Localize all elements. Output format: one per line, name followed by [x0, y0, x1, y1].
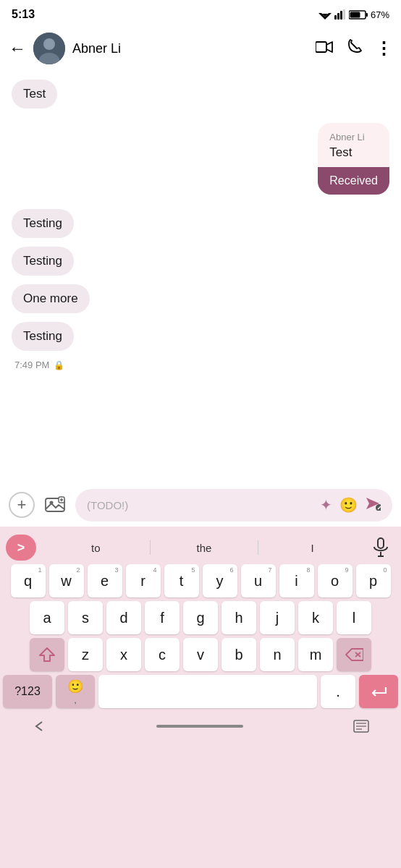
wifi-icon	[318, 9, 332, 20]
backspace-key[interactable]	[337, 638, 371, 671]
keyboard-row-4: ?123 🙂 , .	[3, 675, 398, 708]
key-h[interactable]: h	[221, 601, 256, 634]
keyboard-switch-icon[interactable]	[353, 720, 369, 733]
key-e[interactable]: 3e	[88, 564, 122, 597]
message-text: Test	[329, 145, 378, 160]
svg-rect-6	[343, 9, 345, 20]
key-u[interactable]: 7u	[241, 564, 276, 597]
key-l[interactable]: l	[337, 601, 371, 634]
input-placeholder: (TODO!)	[87, 499, 128, 511]
keyboard-row-2: a s d f g h j k l	[3, 601, 398, 634]
key-w[interactable]: 2w	[49, 564, 84, 597]
message-bubble-left: Testing	[12, 209, 74, 238]
send-button[interactable]	[365, 496, 381, 514]
suggestion-word-2[interactable]: the	[151, 542, 258, 554]
key-f[interactable]: f	[145, 601, 180, 634]
key-b[interactable]: b	[221, 638, 256, 671]
key-m[interactable]: m	[298, 638, 333, 671]
input-icons: ✦ 🙂	[320, 496, 381, 514]
backspace-icon	[345, 647, 363, 662]
svg-rect-4	[337, 13, 339, 20]
key-x[interactable]: x	[106, 638, 141, 671]
contact-name: Abner Li	[72, 41, 316, 56]
key-y[interactable]: 6y	[203, 564, 237, 597]
key-r[interactable]: 4r	[126, 564, 161, 597]
numbers-key[interactable]: ?123	[3, 675, 52, 708]
signal-icon	[334, 9, 346, 20]
avatar	[33, 33, 65, 64]
key-v[interactable]: v	[183, 638, 218, 671]
period-key[interactable]: .	[321, 675, 355, 708]
battery-text: 67%	[371, 9, 389, 20]
key-n[interactable]: n	[260, 638, 295, 671]
message-bubble-left: Test	[12, 80, 57, 109]
status-time: 5:13	[12, 8, 35, 21]
sparkle-icon[interactable]: ✦	[320, 496, 332, 514]
key-i[interactable]: 8i	[279, 564, 314, 597]
header-actions: ⋮	[316, 38, 392, 59]
microphone-icon[interactable]	[366, 533, 395, 562]
key-s[interactable]: s	[68, 601, 103, 634]
message-row: Testing	[12, 209, 389, 242]
message-input[interactable]: (TODO!) ✦ 🙂	[75, 489, 392, 522]
chat-area: Test Abner Li Test Received Testing Test…	[0, 71, 401, 483]
video-call-icon[interactable]	[316, 41, 333, 57]
shift-key[interactable]	[30, 638, 64, 671]
svg-rect-5	[340, 11, 342, 20]
message-row: Test	[12, 80, 389, 113]
enter-key[interactable]	[359, 675, 398, 708]
message-row: Testing	[12, 247, 389, 280]
message-timestamp: 7:49 PM	[14, 359, 49, 370]
svg-rect-8	[366, 13, 368, 17]
shift-icon	[39, 647, 55, 663]
svg-point-11	[43, 38, 55, 50]
add-attachment-button[interactable]: +	[9, 492, 35, 518]
emoji-icon[interactable]: 🙂	[339, 496, 358, 514]
message-bubble-left: Testing	[12, 322, 74, 351]
svg-rect-9	[350, 12, 360, 17]
status-bar: 5:13 67%	[0, 0, 401, 26]
key-o[interactable]: 9o	[318, 564, 353, 597]
suggestion-word-1[interactable]: to	[42, 542, 150, 554]
key-p[interactable]: 0p	[356, 564, 391, 597]
suggestion-word-3[interactable]: I	[258, 542, 366, 554]
svg-marker-26	[40, 648, 54, 661]
key-t[interactable]: 5t	[164, 564, 199, 597]
enter-icon	[370, 684, 387, 699]
phone-call-icon[interactable]	[346, 39, 362, 59]
back-button[interactable]: ←	[9, 38, 26, 59]
suggestion-expand-button[interactable]: >	[6, 535, 36, 561]
period-label: .	[336, 684, 340, 700]
key-q[interactable]: 1q	[11, 564, 46, 597]
key-k[interactable]: k	[298, 601, 333, 634]
message-row: One more	[12, 284, 389, 318]
svg-rect-23	[378, 538, 384, 548]
timestamp-row: 7:49 PM 🔒	[12, 359, 389, 370]
key-z[interactable]: z	[68, 638, 103, 671]
key-j[interactable]: j	[260, 601, 295, 634]
key-a[interactable]: a	[30, 601, 64, 634]
message-bubble-right-info: Abner Li Test	[318, 123, 389, 167]
gallery-button[interactable]	[42, 492, 68, 518]
space-key[interactable]	[98, 675, 317, 708]
emoji-key[interactable]: 🙂 ,	[56, 675, 95, 708]
messages-group-left: Testing Testing One more Testing 7:49 PM…	[12, 209, 389, 370]
svg-marker-14	[326, 42, 332, 52]
message-status: Received	[318, 167, 389, 195]
key-d[interactable]: d	[106, 601, 141, 634]
gallery-icon	[45, 496, 65, 514]
key-g[interactable]: g	[183, 601, 218, 634]
nav-bar	[3, 712, 398, 741]
keyboard-row-3: z x c v b n m	[3, 638, 398, 671]
message-row: Testing	[12, 322, 389, 355]
message-bubble-left: One more	[12, 284, 90, 313]
message-row-right: Abner Li Test Received	[12, 123, 389, 195]
emoji-small-icon: 🙂	[67, 678, 83, 694]
more-options-icon[interactable]: ⋮	[375, 38, 392, 59]
input-bar: + (TODO!) ✦ 🙂	[0, 483, 401, 527]
svg-rect-3	[334, 15, 337, 20]
numbers-label: ?123	[14, 685, 41, 698]
status-icons: 67%	[318, 9, 389, 20]
key-c[interactable]: c	[145, 638, 180, 671]
nav-back-icon[interactable]	[32, 719, 46, 733]
